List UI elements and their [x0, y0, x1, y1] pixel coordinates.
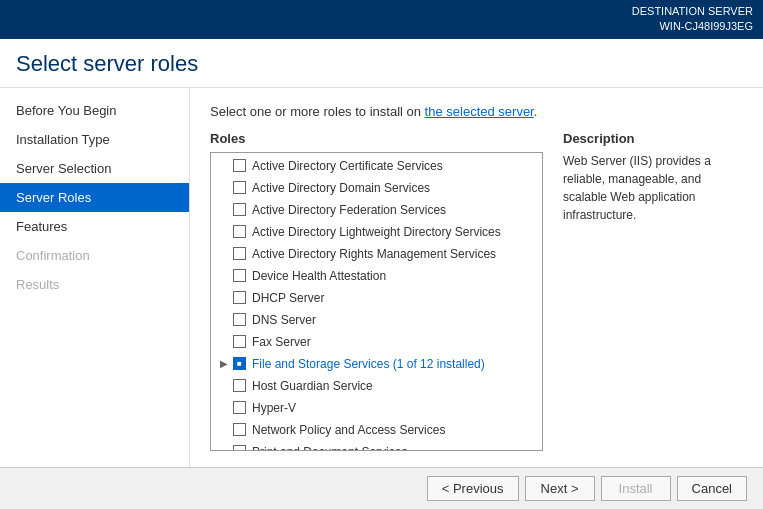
role-name: Active Directory Domain Services: [252, 181, 430, 195]
sidebar-item-server-selection[interactable]: Server Selection: [0, 154, 189, 183]
description-label: Description: [563, 131, 743, 146]
role-checkbox[interactable]: [233, 445, 246, 450]
description-section: Description Web Server (IIS) provides a …: [563, 131, 743, 451]
role-checkbox[interactable]: [233, 225, 246, 238]
role-item[interactable]: DHCP Server: [211, 287, 542, 309]
expand-arrow[interactable]: ▶: [217, 358, 231, 369]
sidebar-item-confirmation: Confirmation: [0, 241, 189, 270]
role-item[interactable]: Hyper-V: [211, 397, 542, 419]
role-item[interactable]: Host Guardian Service: [211, 375, 542, 397]
role-checkbox[interactable]: [233, 203, 246, 216]
role-item[interactable]: Active Directory Lightweight Directory S…: [211, 221, 542, 243]
roles-label: Roles: [210, 131, 543, 146]
top-bar: DESTINATION SERVER WIN-CJ48I99J3EG: [0, 0, 763, 39]
sidebar-item-before-you-begin[interactable]: Before You Begin: [0, 96, 189, 125]
role-name: Network Policy and Access Services: [252, 423, 445, 437]
next-button[interactable]: Next >: [525, 476, 595, 501]
sidebar-item-server-roles[interactable]: Server Roles: [0, 183, 189, 212]
columns: Roles Active Directory Certificate Servi…: [210, 131, 743, 451]
instruction-link[interactable]: the selected server: [425, 104, 534, 119]
role-name: Fax Server: [252, 335, 311, 349]
sidebar-item-installation-type[interactable]: Installation Type: [0, 125, 189, 154]
role-item[interactable]: Active Directory Certificate Services: [211, 155, 542, 177]
role-name: Active Directory Certificate Services: [252, 159, 443, 173]
role-item[interactable]: Active Directory Federation Services: [211, 199, 542, 221]
role-item[interactable]: DNS Server: [211, 309, 542, 331]
role-checkbox[interactable]: [233, 335, 246, 348]
role-name: DNS Server: [252, 313, 316, 327]
role-item[interactable]: ▶File and Storage Services (1 of 12 inst…: [211, 353, 542, 375]
role-item[interactable]: Print and Document Services: [211, 441, 542, 450]
role-name: Active Directory Rights Management Servi…: [252, 247, 496, 261]
role-name: Device Health Attestation: [252, 269, 386, 283]
role-checkbox[interactable]: [233, 313, 246, 326]
main-content: Before You BeginInstallation TypeServer …: [0, 88, 763, 467]
role-name: Host Guardian Service: [252, 379, 373, 393]
role-checkbox[interactable]: [233, 401, 246, 414]
footer: < Previous Next > Install Cancel: [0, 467, 763, 509]
roles-list-container: Active Directory Certificate ServicesAct…: [210, 152, 543, 451]
role-item[interactable]: Active Directory Domain Services: [211, 177, 542, 199]
role-name: Active Directory Lightweight Directory S…: [252, 225, 501, 239]
instruction-text: Select one or more roles to install on t…: [210, 104, 743, 119]
install-button[interactable]: Install: [601, 476, 671, 501]
role-checkbox[interactable]: [233, 379, 246, 392]
role-name: Hyper-V: [252, 401, 296, 415]
roles-list[interactable]: Active Directory Certificate ServicesAct…: [211, 153, 542, 450]
role-item[interactable]: Network Policy and Access Services: [211, 419, 542, 441]
server-name: WIN-CJ48I99J3EG: [10, 19, 753, 34]
page-title: Select server roles: [0, 39, 763, 88]
role-checkbox[interactable]: [233, 247, 246, 260]
role-item[interactable]: Fax Server: [211, 331, 542, 353]
role-name: DHCP Server: [252, 291, 324, 305]
role-item[interactable]: Active Directory Rights Management Servi…: [211, 243, 542, 265]
role-checkbox[interactable]: [233, 181, 246, 194]
description-text: Web Server (IIS) provides a reliable, ma…: [563, 152, 743, 224]
server-label: DESTINATION SERVER: [10, 4, 753, 19]
role-checkbox[interactable]: [233, 357, 246, 370]
cancel-button[interactable]: Cancel: [677, 476, 747, 501]
role-checkbox[interactable]: [233, 269, 246, 282]
role-item[interactable]: Device Health Attestation: [211, 265, 542, 287]
sidebar: Before You BeginInstallation TypeServer …: [0, 88, 190, 467]
role-name: File and Storage Services (1 of 12 insta…: [252, 357, 485, 371]
role-checkbox[interactable]: [233, 159, 246, 172]
previous-button[interactable]: < Previous: [427, 476, 519, 501]
roles-section: Roles Active Directory Certificate Servi…: [210, 131, 543, 451]
role-checkbox[interactable]: [233, 291, 246, 304]
sidebar-item-results: Results: [0, 270, 189, 299]
role-name: Active Directory Federation Services: [252, 203, 446, 217]
role-name: Print and Document Services: [252, 445, 407, 450]
sidebar-item-features[interactable]: Features: [0, 212, 189, 241]
content-area: Select one or more roles to install on t…: [190, 88, 763, 467]
role-checkbox[interactable]: [233, 423, 246, 436]
